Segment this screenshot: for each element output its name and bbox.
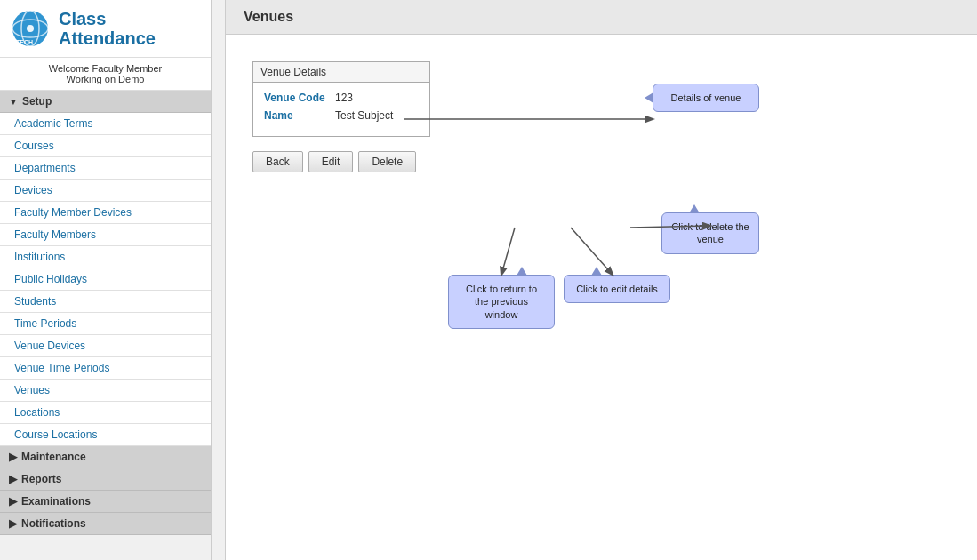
welcome-text: Welcome Faculty Member Working on Demo	[0, 58, 211, 91]
venue-details-title: Venue Details	[253, 62, 429, 83]
maintenance-label: Maintenance	[21, 451, 86, 463]
svg-text:TECH: TECH	[16, 39, 33, 45]
sidebar-item-faculty-members[interactable]: Faculty Members	[0, 224, 211, 246]
sidebar-item-courses[interactable]: Courses	[0, 135, 211, 157]
sidebar-item-public-holidays[interactable]: Public Holidays	[0, 268, 211, 291]
sidebar-item-venues[interactable]: Venues	[0, 380, 211, 402]
venue-details-box: Venue Details Venue Code 123 Name Test S…	[252, 61, 430, 137]
sidebar-section-examinations[interactable]: ▶ Examinations	[0, 491, 211, 513]
venue-name-label: Name	[264, 109, 335, 122]
venue-name-row: Name Test Subject	[264, 109, 419, 122]
venue-name-value: Test Subject	[335, 109, 393, 122]
svg-line-7	[501, 228, 515, 275]
tooltip-back: Click to return to the previous window	[448, 275, 555, 329]
sidebar-section-setup[interactable]: ▼ Setup	[0, 91, 211, 113]
venue-details-body: Venue Code 123 Name Test Subject	[253, 83, 429, 136]
sidebar-item-devices[interactable]: Devices	[0, 180, 211, 202]
reports-label: Reports	[21, 473, 61, 485]
examinations-label: Examinations	[21, 495, 91, 508]
setup-arrow-icon: ▼	[9, 97, 18, 107]
back-button[interactable]: Back	[252, 151, 303, 172]
tooltip-details: Details of venue	[653, 84, 759, 112]
notifications-label: Notifications	[21, 517, 86, 530]
sidebar-scrollbar[interactable]	[212, 0, 226, 560]
setup-section-label: Setup	[22, 95, 52, 108]
sidebar-item-venue-time-periods[interactable]: Venue Time Periods	[0, 357, 211, 380]
sidebar-item-departments[interactable]: Departments	[0, 157, 211, 180]
sidebar: TECH Class Attendance Welcome Faculty Me…	[0, 0, 212, 560]
content-area: Venue Details Venue Code 123 Name Test S…	[226, 35, 977, 199]
page-title: Venues	[226, 0, 977, 35]
maintenance-arrow-icon: ▶	[9, 451, 17, 463]
action-buttons: Back Edit Delete	[252, 151, 950, 172]
app-logo: TECH	[11, 9, 50, 48]
reports-arrow-icon: ▶	[9, 473, 17, 485]
svg-point-3	[27, 25, 34, 32]
sidebar-item-time-periods[interactable]: Time Periods	[0, 313, 211, 335]
examinations-arrow-icon: ▶	[9, 495, 17, 508]
app-title-block: Class Attendance	[59, 9, 156, 48]
sidebar-section-maintenance[interactable]: ▶ Maintenance	[0, 446, 211, 468]
main-content: Venues Venue Details Venue Code 123 Name…	[226, 0, 977, 560]
tooltip-edit: Click to edit details	[564, 275, 670, 303]
sidebar-item-academic-terms[interactable]: Academic Terms	[0, 113, 211, 135]
notifications-arrow-icon: ▶	[9, 517, 17, 530]
app-title: Class Attendance	[59, 9, 156, 48]
sidebar-item-institutions[interactable]: Institutions	[0, 246, 211, 268]
venue-code-label: Venue Code	[264, 92, 335, 104]
venue-code-value: 123	[335, 92, 353, 104]
sidebar-header: TECH Class Attendance	[0, 0, 211, 58]
delete-button[interactable]: Delete	[358, 151, 416, 172]
sidebar-section-notifications[interactable]: ▶ Notifications	[0, 513, 211, 535]
venue-code-row: Venue Code 123	[264, 92, 419, 104]
sidebar-item-students[interactable]: Students	[0, 291, 211, 313]
sidebar-scroll: ▼ Setup Academic Terms Courses Departmen…	[0, 91, 211, 560]
sidebar-item-venue-devices[interactable]: Venue Devices	[0, 335, 211, 357]
sidebar-item-locations[interactable]: Locations	[0, 402, 211, 424]
sidebar-section-reports[interactable]: ▶ Reports	[0, 468, 211, 491]
sidebar-item-faculty-member-devices[interactable]: Faculty Member Devices	[0, 202, 211, 224]
edit-button[interactable]: Edit	[308, 151, 354, 172]
tooltip-delete: Click to delete the venue	[661, 212, 759, 254]
sidebar-item-course-locations[interactable]: Course Locations	[0, 424, 211, 446]
